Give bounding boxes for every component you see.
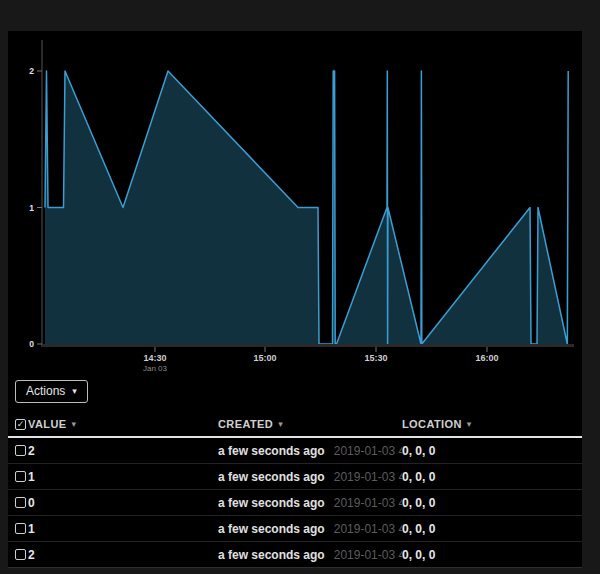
table-row: 0a few seconds ago2019-01-03 4:21:50 p…0… — [8, 490, 582, 516]
column-header-value[interactable]: VALUE ▾ — [28, 418, 218, 430]
svg-text:0: 0 — [29, 339, 34, 349]
row-checkbox[interactable] — [15, 445, 26, 456]
column-header-created[interactable]: CREATED ▾ — [218, 418, 402, 430]
dashboard-panel: 21014:30Jan 0315:0015:3016:00 Actions ▾ … — [8, 31, 582, 562]
created-relative: a few seconds ago — [218, 496, 325, 510]
table-row: 1a few seconds ago2019-01-03 4:21:46 p…0… — [8, 516, 582, 542]
value-cell: 1 — [28, 522, 218, 536]
column-header-value-label: VALUE — [28, 418, 66, 430]
svg-text:16:00: 16:00 — [475, 353, 498, 363]
svg-text:15:00: 15:00 — [253, 353, 276, 363]
row-checkbox[interactable] — [15, 549, 26, 560]
location-cell: 0, 0, 0 — [402, 522, 582, 536]
value-cell: 2 — [28, 548, 218, 562]
table-row: 2a few seconds ago2019-01-03 4:21:42 p…0… — [8, 542, 582, 568]
sort-caret-icon: ▾ — [467, 419, 472, 429]
location-cell: 0, 0, 0 — [402, 496, 582, 510]
created-absolute: 2019-01-03 4:21:42 p… — [334, 548, 402, 562]
created-cell: a few seconds ago2019-01-03 4:21:50 p… — [218, 496, 402, 510]
svg-text:1: 1 — [29, 203, 34, 213]
area-chart: 21014:30Jan 0315:0015:3016:00 — [8, 31, 582, 376]
actions-button-label: Actions — [26, 384, 65, 398]
value-cell: 1 — [28, 470, 218, 484]
created-absolute: 2019-01-03 4:21:50 p… — [334, 496, 402, 510]
value-cell: 2 — [28, 444, 218, 458]
table-body: 2a few seconds ago2019-01-03 4:22:12 p…0… — [8, 438, 582, 568]
svg-text:14:30: 14:30 — [143, 353, 166, 363]
table-row: 2a few seconds ago2019-01-03 4:22:12 p…0… — [8, 438, 582, 464]
created-absolute: 2019-01-03 4:22:08 … — [334, 470, 402, 484]
row-checkbox[interactable] — [15, 471, 26, 482]
created-absolute: 2019-01-03 4:22:12 p… — [334, 444, 402, 458]
svg-text:15:30: 15:30 — [364, 353, 387, 363]
table-header-row: ✓ VALUE ▾ CREATED ▾ LOCATION ▾ — [8, 412, 582, 438]
svg-text:2: 2 — [29, 66, 34, 76]
value-cell: 0 — [28, 496, 218, 510]
created-relative: a few seconds ago — [218, 522, 325, 536]
svg-text:Jan 03: Jan 03 — [143, 364, 168, 373]
created-relative: a few seconds ago — [218, 444, 325, 458]
actions-button[interactable]: Actions ▾ — [15, 380, 88, 403]
created-relative: a few seconds ago — [218, 470, 325, 484]
created-cell: a few seconds ago2019-01-03 4:21:42 p… — [218, 548, 402, 562]
created-cell: a few seconds ago2019-01-03 4:21:46 p… — [218, 522, 402, 536]
row-checkbox[interactable] — [15, 497, 26, 508]
sort-caret-icon: ▾ — [278, 419, 283, 429]
row-checkbox[interactable] — [15, 523, 26, 534]
created-cell: a few seconds ago2019-01-03 4:22:12 p… — [218, 444, 402, 458]
column-header-created-label: CREATED — [218, 418, 273, 430]
select-all-checkbox[interactable]: ✓ — [15, 419, 26, 430]
chevron-down-icon: ▾ — [72, 386, 77, 396]
created-absolute: 2019-01-03 4:21:46 p… — [334, 522, 402, 536]
location-cell: 0, 0, 0 — [402, 470, 582, 484]
table-row: 1a few seconds ago2019-01-03 4:22:08 …0,… — [8, 464, 582, 490]
records-table: ✓ VALUE ▾ CREATED ▾ LOCATION ▾ 2a few se… — [8, 412, 582, 568]
created-relative: a few seconds ago — [218, 548, 325, 562]
location-cell: 0, 0, 0 — [402, 444, 582, 458]
sort-caret-icon: ▾ — [71, 419, 76, 429]
location-cell: 0, 0, 0 — [402, 548, 582, 562]
column-header-location[interactable]: LOCATION ▾ — [402, 418, 582, 430]
column-header-location-label: LOCATION — [402, 418, 462, 430]
created-cell: a few seconds ago2019-01-03 4:22:08 … — [218, 470, 402, 484]
